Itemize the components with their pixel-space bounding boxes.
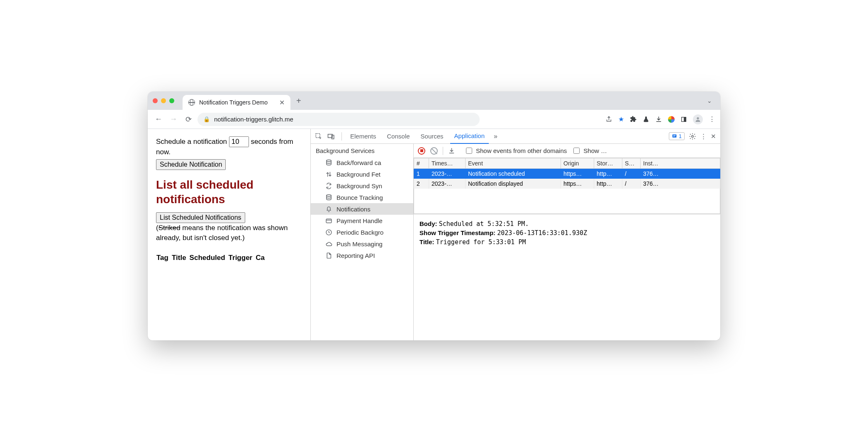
show-other-domains-checkbox[interactable]: Show events from other domains [464, 146, 567, 155]
settings-icon[interactable] [689, 133, 696, 140]
inspect-icon[interactable] [315, 133, 325, 140]
google-icon[interactable] [668, 116, 675, 123]
sidebar-item-label: Bounce Tracking [336, 194, 383, 201]
window-controls [153, 98, 174, 103]
more-tabs-icon[interactable]: » [491, 133, 500, 140]
col-header[interactable]: Times… [429, 158, 466, 169]
table-row[interactable]: 22023-…Notification displayedhttps…http…… [414, 179, 720, 189]
close-window-icon[interactable] [153, 98, 158, 103]
cell-inst: 376… [641, 169, 720, 179]
schedule-notification-button[interactable]: Schedule Notification [156, 159, 226, 170]
col-header[interactable]: S… [622, 158, 641, 169]
sidebar-item-label: Reporting API [336, 252, 375, 259]
tab-application[interactable]: Application [450, 129, 489, 144]
close-devtools-icon[interactable]: ✕ [711, 133, 716, 140]
issues-badge[interactable]: 1 [669, 132, 685, 140]
close-tab-icon[interactable]: ✕ [279, 99, 285, 107]
sidebar-item-background-syn[interactable]: Background Syn [311, 180, 413, 192]
cell-n: 1 [414, 169, 429, 179]
svg-point-7 [692, 135, 694, 137]
maximize-window-icon[interactable] [169, 98, 174, 103]
sidebar-item-back-forward-ca[interactable]: Back/forward ca [311, 157, 413, 168]
svg-rect-1 [684, 117, 686, 121]
col-header[interactable]: Event [466, 158, 561, 169]
minimize-window-icon[interactable] [161, 98, 166, 103]
issues-count: 1 [679, 133, 682, 139]
title-key: Title: [419, 238, 434, 245]
sidebar-item-background-fet[interactable]: Background Fet [311, 168, 413, 180]
profile-avatar[interactable] [693, 114, 703, 124]
sidebar-item-bounce-tracking[interactable]: Bounce Tracking [311, 192, 413, 203]
col-header[interactable]: Inst… [641, 158, 720, 169]
list-scheduled-button[interactable]: List Scheduled Notifications [156, 212, 245, 223]
body-value: Scheduled at 5:32:51 PM. [439, 220, 529, 228]
db-icon [325, 159, 332, 166]
new-tab-button[interactable]: + [296, 96, 301, 106]
share-icon[interactable] [605, 116, 612, 123]
seconds-input[interactable] [229, 136, 249, 147]
chrome-menu-icon[interactable]: ⋮ [709, 115, 715, 123]
sidebar-item-periodic-backgro[interactable]: Periodic Backgro [311, 226, 413, 238]
notifications-toolbar: Show events from other domains Show … [414, 144, 720, 158]
col-header[interactable]: Stor… [594, 158, 622, 169]
downloads-icon[interactable] [655, 116, 662, 123]
cell-ts: 2023-… [429, 179, 466, 189]
reload-button[interactable]: ⟳ [183, 114, 194, 125]
doc-icon [325, 252, 332, 259]
col-scheduled: Scheduled [189, 252, 226, 264]
col-header[interactable]: Origin [561, 158, 594, 169]
cell-stor: http… [594, 179, 622, 189]
sidebar-item-notifications[interactable]: Notifications [311, 203, 413, 215]
svg-point-2 [697, 117, 699, 119]
tabs-dropdown-icon[interactable]: ⌄ [704, 97, 715, 104]
page-table-header: Tag Title Scheduled Trigger Ca [156, 252, 302, 264]
table-row[interactable]: 12023-…Notification scheduledhttps…http…… [414, 169, 720, 179]
tab-sources[interactable]: Sources [417, 129, 448, 144]
sidebar-item-reporting-api[interactable]: Reporting API [311, 250, 413, 261]
db-icon [325, 194, 332, 201]
sidebar-item-label: Notifications [336, 206, 371, 213]
extensions-icon[interactable] [630, 116, 637, 123]
sidebar-item-label: Push Messaging [336, 240, 383, 248]
tab-title: Notification Triggers Demo [199, 99, 268, 106]
browser-tab[interactable]: Notification Triggers Demo ✕ [183, 95, 290, 110]
address-actions: ★ ⋮ [605, 114, 715, 124]
labs-icon[interactable] [643, 116, 649, 123]
application-main: Show events from other domains Show … #T… [414, 144, 720, 340]
cell-n: 2 [414, 179, 429, 189]
forward-button[interactable]: → [168, 114, 179, 125]
body-key: Body: [419, 220, 437, 227]
cell-inst: 376… [641, 179, 720, 189]
address-bar: ← → ⟳ 🔒 notification-triggers.glitch.me … [148, 110, 720, 129]
bookmark-star-icon[interactable]: ★ [618, 115, 624, 123]
cell-origin: https… [561, 179, 594, 189]
cell-event: Notification scheduled [466, 169, 561, 179]
record-icon[interactable] [418, 147, 425, 155]
device-toggle-icon[interactable] [327, 133, 337, 140]
bell-icon [325, 205, 332, 213]
devtools-menu-icon[interactable]: ⋮ [700, 133, 707, 140]
table-header-row: #Times…EventOriginStor…S…Inst… [414, 158, 720, 169]
show-truncated-checkbox[interactable]: Show … [572, 146, 607, 155]
reading-list-icon[interactable] [680, 116, 687, 123]
url-input[interactable]: 🔒 notification-triggers.glitch.me [197, 113, 480, 126]
tab-elements[interactable]: Elements [346, 129, 380, 144]
detail-title: Title: Triggered for 5:33:01 PM [419, 238, 714, 246]
sidebar-item-push-messaging[interactable]: Push Messaging [311, 238, 413, 250]
col-header[interactable]: # [414, 158, 429, 169]
cell-s: / [622, 169, 641, 179]
sidebar-item-payment-handle[interactable]: Payment Handle [311, 215, 413, 226]
striked-note: (Striked means the notification was show… [156, 223, 302, 243]
stt-key: Show Trigger Timestamp: [419, 229, 495, 236]
download-icon[interactable] [448, 147, 455, 154]
cloud-icon [325, 240, 332, 248]
col-trigger: Trigger [228, 252, 253, 264]
clear-icon[interactable] [430, 147, 438, 155]
sidebar-item-label: Periodic Backgro [336, 229, 383, 236]
application-sidebar: Background Services Back/forward caBackg… [311, 144, 414, 340]
sidebar-item-label: Background Syn [336, 182, 382, 189]
tab-console[interactable]: Console [383, 129, 414, 144]
schedule-line: Schedule a notification seconds from now… [156, 136, 302, 158]
back-button[interactable]: ← [153, 114, 164, 125]
sidebar-item-label: Background Fet [336, 171, 380, 178]
